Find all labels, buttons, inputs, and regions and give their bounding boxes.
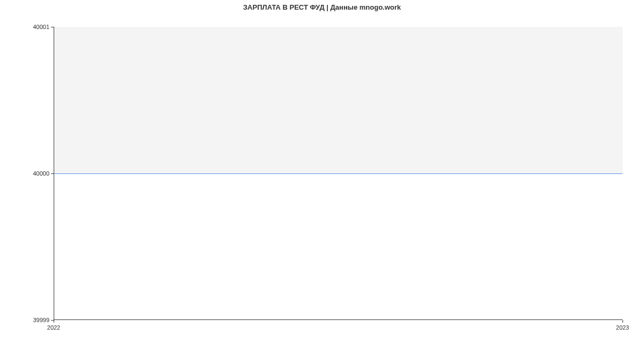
data-line <box>54 173 623 174</box>
chart-container: ЗАРПЛАТА В РЕСТ ФУД | Данные mnogo.work … <box>0 0 644 349</box>
chart-title: ЗАРПЛАТА В РЕСТ ФУД | Данные mnogo.work <box>0 3 644 11</box>
y-tick <box>51 27 54 27</box>
x-tick <box>623 320 623 323</box>
plot-area: 40001 40000 39999 2022 2023 <box>54 27 623 320</box>
y-tick <box>51 173 54 174</box>
x-tick-label: 2022 <box>47 324 60 331</box>
y-tick-label: 40001 <box>33 24 49 30</box>
y-tick-label: 40000 <box>33 170 49 177</box>
x-tick-label: 2023 <box>616 324 629 331</box>
y-axis <box>54 27 54 320</box>
x-axis <box>54 319 623 320</box>
y-tick-label: 39999 <box>33 317 49 323</box>
x-tick <box>54 320 54 323</box>
grid-band <box>54 27 623 173</box>
